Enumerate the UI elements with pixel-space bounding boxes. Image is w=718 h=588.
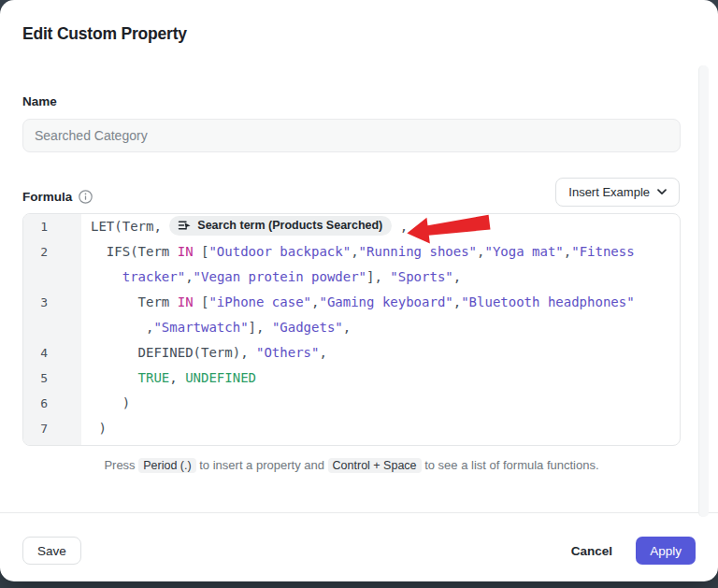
code-token: DEFINED(Term), <box>91 345 256 360</box>
line-number: 6 <box>23 391 81 416</box>
code-token: IFS(Term <box>91 244 178 259</box>
info-icon[interactable] <box>79 190 93 204</box>
code-token: , <box>343 320 351 335</box>
code-token: UNDEFINED <box>185 370 256 385</box>
code-token: "Gadgets" <box>272 320 343 335</box>
code-token: [ <box>194 294 209 309</box>
code-token: [ <box>194 244 209 259</box>
name-input[interactable] <box>22 119 681 152</box>
code-token: ], <box>249 320 272 335</box>
save-button[interactable]: Save <box>22 537 81 565</box>
code-line: IFS(Term IN ["Outdoor backpack","Running… <box>91 239 680 265</box>
code-line: TRUE, UNDEFINED <box>91 366 680 391</box>
hint-text: Press <box>104 458 138 472</box>
insert-example-button[interactable]: Insert Example <box>555 178 680 207</box>
code-token: IN <box>178 244 194 259</box>
code-token: "Yoga mat" <box>484 244 563 259</box>
code-token <box>91 269 122 284</box>
code-line: ) <box>91 416 680 441</box>
line-number <box>23 315 81 340</box>
line-number: 5 <box>23 366 81 391</box>
formula-field-header: Formula <box>22 190 93 204</box>
code-token: "Bluetooth headphones" <box>461 294 634 309</box>
line-number: 7 <box>23 416 81 441</box>
code-token: , <box>169 370 185 385</box>
code-line: DEFINED(Term), "Others", <box>91 340 680 366</box>
edit-custom-property-dialog: Edit Custom Property Name Formula Insert… <box>0 0 718 581</box>
code-line: LET(Term, Search term (Products Searched… <box>91 214 680 239</box>
code-token: ], <box>366 269 390 284</box>
line-number: 2 <box>23 239 81 265</box>
code-token: "iPhone case" <box>208 294 311 309</box>
code-lines[interactable]: LET(Term, Search term (Products Searched… <box>81 214 680 445</box>
code-token: , <box>319 345 326 360</box>
chevron-down-icon <box>657 189 667 195</box>
hint-text: to see a list of formula functions. <box>422 458 599 472</box>
code-token: , <box>91 320 153 335</box>
line-number: 1 <box>23 214 81 239</box>
code-token: ) <box>91 421 107 436</box>
property-chip[interactable]: Search term (Products Searched) <box>169 216 392 236</box>
code-token: "Smartwatch" <box>153 320 248 335</box>
code-token: IN <box>178 294 194 309</box>
name-field-label: Name <box>22 94 57 108</box>
footer-divider <box>0 512 718 513</box>
editor-hint: Press Period (.) to insert a property an… <box>22 458 681 472</box>
code-token: ) <box>91 395 130 410</box>
code-token: "Fitness <box>571 244 634 259</box>
code-token: , <box>185 269 193 284</box>
code-token: tracker" <box>122 269 185 284</box>
hint-text: to insert a property and <box>196 458 328 472</box>
code-token: , <box>564 244 571 259</box>
line-number <box>23 265 81 290</box>
kbd-period: Period (.) <box>138 458 195 473</box>
insert-example-label: Insert Example <box>568 185 650 199</box>
formula-field-label: Formula <box>22 190 72 204</box>
code-line: ) <box>91 391 680 416</box>
code-token: Term <box>91 294 178 309</box>
property-chip-label: Search term (Products Searched) <box>197 219 382 233</box>
code-line: ,"Smartwatch"], "Gadgets", <box>91 315 680 340</box>
line-number: 3 <box>23 290 81 315</box>
scrollbar[interactable] <box>698 65 709 517</box>
cancel-button[interactable]: Cancel <box>566 537 618 565</box>
code-token: , <box>453 294 461 309</box>
line-number-gutter: 1234567 <box>23 214 81 445</box>
code-line: Term IN ["iPhone case","Gaming keyboard"… <box>91 290 680 315</box>
code-token: "Vegan protein powder" <box>194 269 366 284</box>
apply-button[interactable]: Apply <box>636 537 696 565</box>
code-token: "Gaming keyboard" <box>319 294 452 309</box>
code-token: , <box>453 269 461 284</box>
screen: Edit Custom Property Name Formula Insert… <box>0 0 718 588</box>
code-token: LET(Term, <box>91 219 169 234</box>
code-line: tracker","Vegan protein powder"], "Sport… <box>91 265 680 290</box>
code-token: "Sports" <box>390 269 452 284</box>
line-number: 4 <box>23 340 81 366</box>
kbd-control-space: Control + Space <box>328 458 422 473</box>
code-token: TRUE <box>138 370 170 385</box>
formula-editor[interactable]: 1234567 LET(Term, Search term (Products … <box>22 213 681 446</box>
code-token <box>91 370 138 385</box>
code-token: , <box>351 244 358 259</box>
dialog-title: Edit Custom Property <box>22 24 187 44</box>
code-token: "Others" <box>256 345 319 360</box>
code-token: "Outdoor backpack" <box>208 244 351 259</box>
event-property-icon <box>178 220 191 231</box>
